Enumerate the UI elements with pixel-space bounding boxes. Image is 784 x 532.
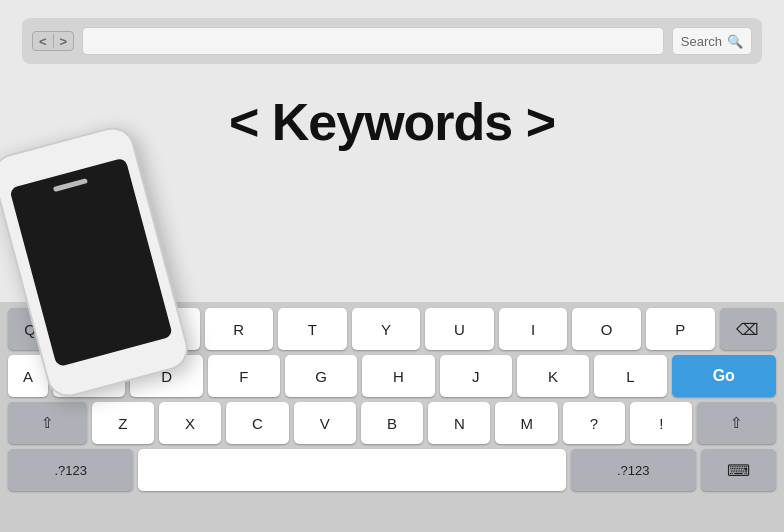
key-z[interactable]: Z [92,402,154,444]
key-p[interactable]: P [646,308,715,350]
key-u[interactable]: U [425,308,494,350]
key-y[interactable]: Y [352,308,421,350]
shift-key-right[interactable]: ⇧ [697,402,776,444]
key-question[interactable]: ? [563,402,625,444]
keywords-heading: < Keywords > [229,92,555,152]
url-bar[interactable] [82,27,664,55]
key-m[interactable]: M [495,402,557,444]
keyboard-row-4: .?123 .?123 ⌨ [8,449,776,491]
key-f[interactable]: F [208,355,280,397]
key-o[interactable]: O [572,308,641,350]
search-icon: 🔍 [727,34,743,49]
key-t[interactable]: T [278,308,347,350]
nav-buttons: < > [32,31,74,51]
key-n[interactable]: N [428,402,490,444]
shift-key-left[interactable]: ⇧ [8,402,87,444]
key-k[interactable]: K [517,355,589,397]
numbers-key[interactable]: .?123 [8,449,133,491]
key-r[interactable]: R [205,308,274,350]
scene: < > Search 🔍 < Keywords > Q W E R T Y U … [0,0,784,532]
numbers-key-right[interactable]: .?123 [571,449,696,491]
key-x[interactable]: X [159,402,221,444]
go-key[interactable]: Go [672,355,776,397]
back-button[interactable]: < [39,35,47,48]
keyboard-dismiss-icon: ⌨ [727,461,750,480]
browser-bar: < > Search 🔍 [22,18,762,64]
key-b[interactable]: B [361,402,423,444]
shift-left-icon: ⇧ [41,414,54,432]
key-j[interactable]: J [440,355,512,397]
key-l[interactable]: L [594,355,666,397]
key-h[interactable]: H [362,355,434,397]
shift-right-icon: ⇧ [730,414,743,432]
key-c[interactable]: C [226,402,288,444]
key-v[interactable]: V [294,402,356,444]
phone-speaker [52,178,87,192]
forward-button[interactable]: > [60,35,68,48]
key-g[interactable]: G [285,355,357,397]
key-i[interactable]: I [499,308,568,350]
keyboard-row-3: ⇧ Z X C V B N M ? ! ⇧ [8,402,776,444]
key-exclaim[interactable]: ! [630,402,692,444]
search-label: Search [681,34,722,49]
backspace-icon: ⌫ [736,320,759,339]
search-bar[interactable]: Search 🔍 [672,27,752,55]
spacebar-key[interactable] [138,449,565,491]
backspace-key[interactable]: ⌫ [720,308,776,350]
keyboard-dismiss-key[interactable]: ⌨ [701,449,776,491]
